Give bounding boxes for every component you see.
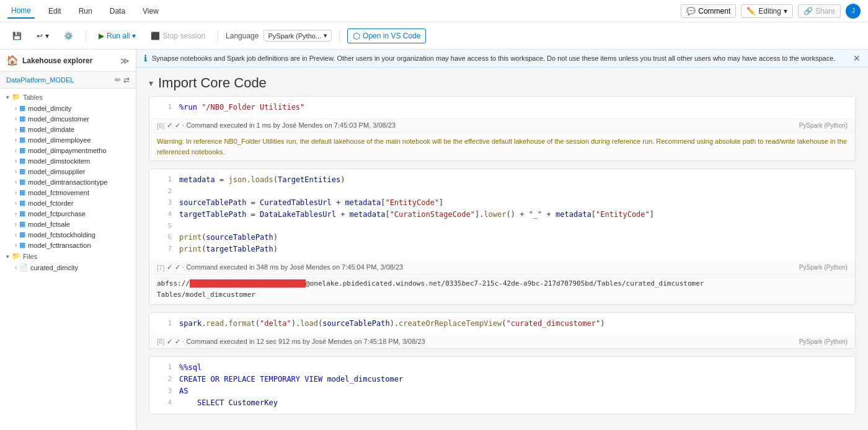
- table-item-2[interactable]: › ▦ model_dimdate: [0, 124, 136, 134]
- share-button[interactable]: 🔗 Share: [798, 4, 841, 18]
- grid-icon: ▦: [19, 146, 25, 154]
- stop-session-button[interactable]: ⬛ Stop session: [146, 29, 210, 43]
- files-folder-icon: 📁: [12, 252, 20, 260]
- code-text: %run "/NB0_Folder Utilities": [179, 102, 304, 113]
- line-num: 5: [157, 221, 172, 232]
- pencil-icon: ✏️: [746, 7, 756, 15]
- table-item-1[interactable]: › ▦ model_dimcustomer: [0, 113, 136, 124]
- cell-2-lang: PySpark (Python): [799, 264, 848, 271]
- cell-3: 1 spark.read.format("delta").load(source…: [149, 312, 856, 349]
- table-item-7[interactable]: › ▦ model_dimtransactiontype: [0, 177, 136, 187]
- table-expand-icon: ›: [15, 169, 17, 175]
- table-item-10[interactable]: › ▦ model_fctpurchase: [0, 208, 136, 219]
- nav-run[interactable]: Run: [75, 4, 96, 18]
- table-expand-icon: ›: [15, 232, 17, 238]
- code-text: spark.read.format("delta").load(sourceTa…: [179, 318, 604, 330]
- chevron-down-icon: ▾: [784, 7, 787, 15]
- tables-folder-icon: 📁: [12, 93, 20, 101]
- line-num: 4: [157, 397, 172, 409]
- nav-view[interactable]: View: [139, 4, 162, 18]
- run-all-button[interactable]: ▶ Run all ▾: [94, 29, 141, 43]
- cell-4: 1 %%sql 2 CREATE OR REPLACE TEMPORARY VI…: [149, 356, 856, 415]
- check-icon: ✓: [167, 121, 172, 129]
- toolbar: 💾 ↩ ▾ ⚙️ ▶ Run all ▾ ⬛ Stop session Lang…: [0, 22, 868, 50]
- table-item-13[interactable]: › ▦ model_fcttransaction: [0, 240, 136, 250]
- comment-button[interactable]: 💬 Comment: [681, 4, 736, 18]
- table-expand-icon: ›: [15, 158, 17, 164]
- table-expand-icon: ›: [15, 242, 17, 248]
- line-num: 3: [157, 385, 172, 397]
- sidebar-tree: ▾ 📁 Tables › ▦ model_dimcity › ▦ model_d…: [0, 89, 136, 430]
- files-section-header[interactable]: ▾ 📁 Files: [0, 250, 136, 262]
- cell-1-exec-info: [6] ✓ ✓ · Command executed in 1 ms by Jo…: [149, 118, 855, 132]
- code-text: %%sql: [179, 362, 202, 374]
- vscode-icon: ⬡: [353, 31, 360, 41]
- undo-chevron[interactable]: ▾: [45, 32, 49, 40]
- notebook-collapse-chevron[interactable]: ▾: [149, 78, 153, 88]
- table-item-5[interactable]: › ▦ model_dimstockitem: [0, 156, 136, 166]
- cell-1-num: [6]: [157, 122, 164, 129]
- info-icon: ℹ: [144, 53, 147, 63]
- grid-icon: ▦: [19, 230, 25, 239]
- table-expand-icon: ›: [15, 126, 17, 133]
- cell-4-code[interactable]: 1 %%sql 2 CREATE OR REPLACE TEMPORARY VI…: [149, 357, 855, 415]
- cell-1-lang: PySpark (Python): [799, 122, 848, 129]
- language-chevron: ▾: [324, 32, 327, 40]
- cell-2-num: [7]: [157, 264, 164, 271]
- user-avatar[interactable]: J: [846, 4, 861, 19]
- file-item-0[interactable]: › 📄 curated_dimcity: [0, 262, 136, 273]
- notebook-area: ▾ Import Core Code 1 %run "/NB0_Folder U…: [136, 68, 868, 430]
- line-num: 2: [157, 186, 172, 197]
- language-label: Language: [226, 32, 259, 40]
- line-num: 3: [157, 197, 172, 209]
- code-text: AS: [179, 385, 188, 397]
- cell-1-code[interactable]: 1 %run "/NB0_Folder Utilities": [149, 97, 855, 118]
- table-item-6[interactable]: › ▦ model_dimsupplier: [0, 166, 136, 177]
- table-expand-icon: ›: [15, 211, 17, 217]
- info-banner: ℹ Synapse notebooks and Spark job defini…: [136, 50, 868, 68]
- nav-edit[interactable]: Edit: [45, 4, 65, 18]
- language-select[interactable]: PySpark (Pytho... ▾: [264, 30, 332, 42]
- files-section: ▾ 📁 Files › 📄 curated_dimcity: [0, 250, 136, 273]
- table-expand-icon: ›: [15, 147, 17, 154]
- table-item-12[interactable]: › ▦ model_fctstockholding: [0, 229, 136, 240]
- tables-section-header[interactable]: ▾ 📁 Tables: [0, 91, 136, 103]
- code-text: CREATE OR REPLACE TEMPORARY VIEW model_d…: [179, 374, 403, 385]
- table-item-3[interactable]: › ▦ model_dimemployee: [0, 134, 136, 145]
- cell-2-output-path2: Tables/model_dimcustomer: [157, 289, 848, 301]
- file-expand-icon: ›: [15, 265, 17, 271]
- settings-button[interactable]: ⚙️: [59, 29, 78, 43]
- line-num: 1: [157, 362, 172, 374]
- sidebar: 🏠 Lakehouse explorer ≫ DataPlatform_MODE…: [0, 50, 136, 430]
- nav-home[interactable]: Home: [7, 4, 35, 19]
- table-item-0[interactable]: › ▦ model_dimcity: [0, 103, 136, 113]
- open-vscode-button[interactable]: ⬡ Open in VS Code: [347, 29, 426, 43]
- sidebar-collapse-button[interactable]: ≫: [120, 56, 130, 66]
- table-item-4[interactable]: › ▦ model_dimpaymentmetho: [0, 145, 136, 156]
- check-icon: ✓: [167, 338, 172, 346]
- grid-icon: ▦: [19, 188, 25, 196]
- cell-2-exec-info: [7] ✓ ✓ · Command executed in 348 ms by …: [149, 260, 855, 274]
- table-item-11[interactable]: › ▦ model_fctsale: [0, 219, 136, 229]
- save-button[interactable]: 💾: [7, 29, 27, 43]
- db-sync-button[interactable]: ⇄: [123, 76, 130, 84]
- sidebar-db-actions: ✏ ⇄: [115, 76, 130, 84]
- info-banner-close-button[interactable]: ✕: [853, 53, 861, 63]
- table-item-8[interactable]: › ▦ model_fctmovement: [0, 187, 136, 198]
- db-pencil-button[interactable]: ✏: [115, 76, 121, 84]
- nav-data[interactable]: Data: [106, 4, 129, 18]
- undo-button[interactable]: ↩ ▾: [32, 29, 54, 43]
- line-num: 1: [157, 318, 172, 330]
- table-expand-icon: ›: [15, 221, 17, 227]
- grid-icon: ▦: [19, 115, 25, 123]
- table-expand-icon: ›: [15, 116, 17, 122]
- cell-3-code[interactable]: 1 spark.read.format("delta").load(source…: [149, 313, 855, 335]
- cell-2-code[interactable]: 1 metadata = json.loads(TargetEntities) …: [149, 169, 855, 260]
- editing-button[interactable]: ✏️ Editing ▾: [741, 4, 793, 18]
- grid-icon: ▦: [19, 178, 25, 186]
- file-icon: 📄: [19, 263, 28, 271]
- run-all-chevron[interactable]: ▾: [132, 32, 136, 40]
- table-item-9[interactable]: › ▦ model_fctorder: [0, 198, 136, 208]
- toolbar-divider: [86, 30, 86, 42]
- code-text: print(sourceTablePath): [179, 232, 278, 244]
